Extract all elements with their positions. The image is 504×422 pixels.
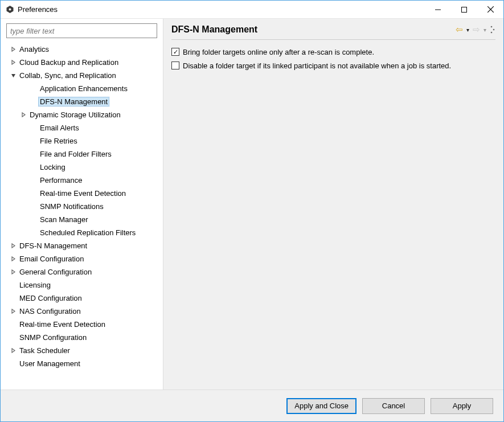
footer: Apply and Close Cancel Apply <box>1 390 503 421</box>
tree-node[interactable]: Application Enhancements <box>3 82 161 95</box>
tree-node[interactable]: DFS-N Management <box>3 95 161 108</box>
tree-node-label: Task Scheduler <box>18 346 72 355</box>
tree-node-label: Collab, Sync, and Replication <box>18 71 118 80</box>
svg-point-6 <box>491 26 493 28</box>
page-content: ✓Bring folder targets online only after … <box>171 46 495 387</box>
option-row: ✓Bring folder targets online only after … <box>171 46 495 58</box>
apply-and-close-button[interactable]: Apply and Close <box>286 398 357 414</box>
tree-node-label: NAS Configuration <box>18 306 83 316</box>
chevron-right-icon[interactable] <box>9 59 18 66</box>
tree-node[interactable]: Email Configuration <box>3 252 161 265</box>
tree-node-label: DFS-N Management <box>38 97 109 106</box>
minimize-button[interactable] <box>425 1 451 18</box>
tree-node-label: Performance <box>38 175 84 185</box>
chevron-down-icon[interactable] <box>9 72 18 79</box>
tree-node[interactable]: Dynamic Storage Utilization <box>3 108 161 121</box>
tree-node[interactable]: Task Scheduler <box>3 344 161 357</box>
svg-point-8 <box>491 32 493 34</box>
tree-node[interactable]: Licensing <box>3 278 161 292</box>
tree-node[interactable]: NAS Configuration <box>3 305 161 318</box>
tree-node[interactable]: DFS-N Management <box>3 239 161 252</box>
tree-node-label: DFS-N Management <box>18 241 89 251</box>
window-controls <box>425 1 503 18</box>
checkbox[interactable] <box>171 62 179 69</box>
tree-node[interactable]: Real-time Event Detection <box>3 318 161 331</box>
tree-node-label: Scan Manager <box>38 215 90 224</box>
tree-node-label: SNMP Notifications <box>38 202 105 211</box>
tree-node[interactable]: Performance <box>3 174 161 187</box>
window-title: Preferences <box>18 5 425 14</box>
page-toolbar: ⇦ ▾ ⇨ ▾ <box>456 24 495 35</box>
tree-node-label: Email Alerts <box>38 123 81 133</box>
option-label: Disable a folder target if its linked pa… <box>183 62 451 70</box>
page-title: DFS-N Management <box>171 24 456 35</box>
chevron-right-icon[interactable] <box>19 112 28 118</box>
tree-node[interactable]: Locking <box>3 161 161 174</box>
tree-node[interactable]: Scan Manager <box>3 213 161 226</box>
tree-node[interactable]: Real-time Event Detection <box>3 187 161 200</box>
maximize-button[interactable] <box>451 1 477 18</box>
checkbox[interactable]: ✓ <box>171 48 179 56</box>
tree-node[interactable]: Email Alerts <box>3 121 161 134</box>
tree-node-label: Locking <box>38 162 67 172</box>
tree-node[interactable]: User Management <box>3 357 161 370</box>
tree-node-label: Analytics <box>18 44 51 54</box>
apply-button[interactable]: Apply <box>431 398 493 414</box>
chevron-right-icon[interactable] <box>9 269 18 276</box>
close-button[interactable] <box>477 1 503 18</box>
back-dropdown-icon[interactable]: ▾ <box>466 27 469 33</box>
chevron-right-icon[interactable] <box>9 243 18 249</box>
tree-node[interactable]: Analytics <box>3 43 161 56</box>
tree-node[interactable]: File and Folder Filters <box>3 148 161 161</box>
tree-node-label: File and Folder Filters <box>38 149 113 159</box>
tree-node[interactable]: SNMP Configuration <box>3 331 161 344</box>
page-header: DFS-N Management ⇦ ▾ ⇨ ▾ <box>171 24 495 40</box>
tree-node-label: File Retries <box>38 136 79 146</box>
tree-node-label: SNMP Configuration <box>18 333 88 342</box>
chevron-right-icon[interactable] <box>9 347 18 354</box>
tree-node[interactable]: SNMP Notifications <box>3 200 161 213</box>
tree-node-label: Scheduled Replication Filters <box>38 228 137 237</box>
tree-node[interactable]: General Configuration <box>3 265 161 278</box>
titlebar: Preferences <box>1 1 503 19</box>
tree-node-label: Real-time Event Detection <box>38 189 128 198</box>
app-icon <box>5 5 14 14</box>
cancel-button[interactable]: Cancel <box>362 398 425 414</box>
tree-node-label: Licensing <box>18 280 52 290</box>
left-panel: AnalyticsCloud Backup and ReplicationCol… <box>1 19 163 390</box>
tree-node-label: User Management <box>18 359 82 368</box>
svg-point-1 <box>9 9 11 11</box>
tree-node[interactable]: Scheduled Replication Filters <box>3 226 161 239</box>
chevron-right-icon[interactable] <box>9 308 18 315</box>
filter-input[interactable] <box>6 23 157 38</box>
right-panel: DFS-N Management ⇦ ▾ ⇨ ▾ ✓Bring folder t… <box>163 19 503 390</box>
option-label: Bring folder targets online only after a… <box>183 48 374 56</box>
tree-node[interactable]: Cloud Backup and Replication <box>3 56 161 69</box>
forward-dropdown-icon: ▾ <box>483 27 486 33</box>
preferences-window: Preferences AnalyticsCloud Backup and Re… <box>0 0 504 422</box>
tree-node-label: Email Configuration <box>18 254 85 264</box>
tree-node-label: Application Enhancements <box>38 84 129 93</box>
tree-node[interactable]: MED Configuration <box>3 292 161 305</box>
tree-node[interactable]: Collab, Sync, and Replication <box>3 69 161 82</box>
tree-node-label: MED Configuration <box>18 293 84 303</box>
view-menu-icon[interactable] <box>490 26 495 34</box>
svg-rect-3 <box>462 7 467 12</box>
preferences-tree[interactable]: AnalyticsCloud Backup and ReplicationCol… <box>3 42 161 385</box>
chevron-right-icon[interactable] <box>9 256 18 263</box>
back-arrow-icon[interactable]: ⇦ <box>456 24 463 35</box>
tree-node-label: Dynamic Storage Utilization <box>28 110 122 120</box>
chevron-right-icon[interactable] <box>9 46 18 53</box>
body: AnalyticsCloud Backup and ReplicationCol… <box>1 19 503 390</box>
tree-node-label: Cloud Backup and Replication <box>18 58 120 67</box>
svg-point-7 <box>493 29 495 31</box>
forward-arrow-icon: ⇨ <box>473 24 480 35</box>
option-row: Disable a folder target if its linked pa… <box>171 59 495 72</box>
tree-node-label: General Configuration <box>18 267 93 277</box>
tree-node[interactable]: File Retries <box>3 134 161 148</box>
tree-node-label: Real-time Event Detection <box>18 319 107 329</box>
